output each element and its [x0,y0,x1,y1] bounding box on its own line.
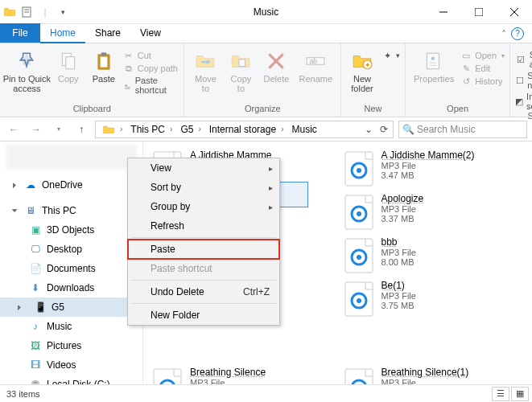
properties-qat-icon[interactable] [21,6,34,18]
music-icon: ♪ [29,320,42,333]
chevron-right-icon[interactable]: › [195,125,204,133]
nav-desktop[interactable]: 🖵Desktop [0,240,142,259]
breadcrumb-seg-2[interactable]: Internal storage [204,121,278,137]
breadcrumb-seg-0[interactable]: This PC [126,121,167,137]
file-item[interactable]: Breathing SilenceMP3 File9.92 MB [146,363,338,384]
ctx-groupby-label: Group by [151,201,190,212]
close-button[interactable] [497,0,532,24]
svg-rect-19 [427,53,439,69]
qat-dropdown-icon[interactable]: ▾ [56,6,69,18]
file-type: MP3 File [190,378,333,384]
newfolder-label: New folder [351,74,373,93]
forward-button[interactable]: → [27,121,45,138]
nav-videos[interactable]: 🎞Videos [0,355,142,375]
search-input[interactable]: 🔍 Search Music [398,121,527,138]
rename-label: Rename [299,74,332,84]
copy-button[interactable]: Copy [52,48,85,85]
delete-label: Delete [264,74,290,84]
tab-view[interactable]: View [130,23,171,43]
recent-dropdown[interactable]: ▾ [50,121,68,138]
ctx-paste[interactable]: Paste [128,240,279,259]
minimize-button[interactable] [426,0,461,24]
nav-disk-c[interactable]: ⛃Local Disk (C:) [0,375,142,384]
ctx-paste-shortcut: Paste shortcut [128,259,279,278]
edit-icon: ✎ [460,63,472,74]
svg-text:✦: ✦ [365,61,371,69]
properties-icon [423,50,445,72]
nav-downloads[interactable]: ⬇Downloads [0,278,142,297]
breadcrumb[interactable]: › This PC› G5› Internal storage› Music ⌄… [95,121,394,138]
file-size: 3.47 MB [381,170,525,180]
nav-pictures[interactable]: 🖼Pictures [0,336,142,355]
edit-button[interactable]: ✎Edit [460,63,505,74]
collapse-ribbon-icon[interactable]: ˄ [501,29,506,40]
title-bar: | ▾ Music [0,0,532,24]
select-all-button[interactable]: ☑Select all [515,50,532,69]
file-item[interactable]: Be(1)MP3 File3.75 MB [338,277,530,320]
cut-button[interactable]: ✂Cut [123,50,179,61]
paste-button[interactable]: Paste [88,48,120,85]
view-large-button[interactable]: ▦ [511,387,529,401]
tab-file[interactable]: File [0,23,40,43]
invert-selection-button[interactable]: ◩Invert selection [515,92,532,111]
ribbon-group-clipboard: Pin to Quick access Copy Paste ✂Cut ⧉Cop… [0,43,184,117]
history-button[interactable]: ↺History [460,76,505,87]
address-dropdown-icon[interactable]: ⌄ [362,122,375,137]
up-button[interactable]: ↑ [72,121,90,138]
chevron-right-icon[interactable]: › [117,125,126,133]
status-bar: 33 items ☰ ▦ [0,384,532,402]
breadcrumb-seg-3[interactable]: Music [287,121,318,137]
new-folder-button[interactable]: ✦New folder [346,48,378,95]
delete-button[interactable]: Delete [260,48,292,85]
breadcrumb-seg-1[interactable]: G5 [175,121,195,137]
select-none-button[interactable]: ☐Select none [515,71,532,90]
ribbon-tabs: File Home Share View ˄ ? [0,24,532,43]
ctx-refresh[interactable]: Refresh [128,216,279,236]
copyto-icon [229,50,252,72]
copy-label: Copy [58,74,79,84]
file-item[interactable]: Breathing Silence(1)MP3 File9.92 MB [338,363,530,384]
open-button[interactable]: ▭Open▾ [460,50,505,61]
copy-to-button[interactable]: Copy to [225,48,257,95]
back-button[interactable]: ← [5,121,23,138]
refresh-icon[interactable]: ⟳ [377,122,391,137]
rename-button[interactable]: abRename [295,48,336,85]
ctx-refresh-label: Refresh [151,220,184,232]
ctx-undo-delete[interactable]: Undo DeleteCtrl+Z [128,282,279,302]
ribbon-group-new: ✦New folder ✦▾ New [341,43,406,117]
paste-shortcut-button[interactable]: ⎁Paste shortcut [123,76,179,95]
ctx-paste-label: Paste [151,244,175,255]
new-item-button[interactable]: ✦▾ [381,50,400,61]
chevron-right-icon[interactable]: › [167,125,175,133]
maximize-button[interactable] [461,0,497,24]
qat-divider: | [39,6,52,18]
ctx-groupby[interactable]: Group by▸ [128,197,279,216]
nav-onedrive[interactable]: ⏵☁OneDrive [0,175,142,195]
properties-button[interactable]: Properties [410,48,457,85]
chevron-right-icon[interactable]: › [278,125,287,133]
nav-g5[interactable]: ⏵📱G5 [0,297,142,317]
pin-quick-access-button[interactable]: Pin to Quick access [5,48,49,95]
tab-home[interactable]: Home [40,23,85,43]
file-item[interactable]: bbbMP3 File8.00 MB [338,233,530,277]
ctx-view[interactable]: View▸ [128,158,279,178]
file-item[interactable]: A Jiddishe Mamme(2)MP3 File3.47 MB [338,146,530,190]
organize-group-label: Organize [189,104,336,117]
nav-documents[interactable]: 📄Documents [0,259,142,278]
svg-text:ab: ab [310,57,318,65]
nav-music[interactable]: ♪Music [0,317,142,336]
ctx-sortby[interactable]: Sort by▸ [128,178,279,197]
svg-point-55 [357,255,361,260]
copy-path-button[interactable]: ⧉Copy path [123,63,179,74]
nav-this-pc[interactable]: ⏷🖥This PC [0,201,142,220]
cut-icon: ✂ [123,50,134,61]
move-to-button[interactable]: Move to [189,48,221,95]
file-type: MP3 File [381,291,525,301]
help-icon[interactable]: ? [511,27,524,40]
ctx-new-folder[interactable]: New Folder [128,306,279,325]
tab-share[interactable]: Share [85,23,130,43]
nav-3d-objects[interactable]: ▣3D Objects [0,220,142,240]
file-item[interactable]: ApologizeMP3 File3.37 MB [338,190,530,233]
quick-access-header [6,145,136,169]
view-details-button[interactable]: ☰ [492,387,509,401]
